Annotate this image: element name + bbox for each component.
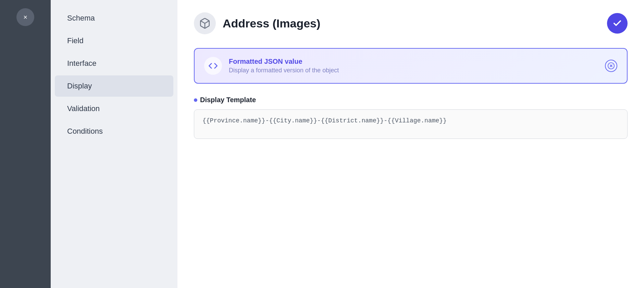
header-left: Address (Images) bbox=[194, 12, 320, 34]
dark-sidebar: × bbox=[0, 0, 51, 288]
close-button[interactable]: × bbox=[16, 8, 34, 26]
page-header: Address (Images) bbox=[194, 12, 628, 34]
sidebar-item-validation[interactable]: Validation bbox=[55, 98, 173, 119]
display-template-input[interactable]: {{Province.name}}-{{City.name}}-{{Distri… bbox=[194, 109, 628, 139]
page-title: Address (Images) bbox=[223, 17, 320, 30]
option-card: Formatted JSON value Display a formatted… bbox=[194, 48, 628, 84]
header-icon-wrapper bbox=[194, 12, 216, 34]
sidebar-item-interface[interactable]: Interface bbox=[55, 53, 173, 74]
main-content: Address (Images) Formatted JSON value Di… bbox=[177, 0, 644, 288]
close-icon: × bbox=[23, 13, 27, 21]
sidebar-item-display[interactable]: Display bbox=[55, 75, 173, 97]
option-text: Formatted JSON value Display a formatted… bbox=[229, 58, 339, 74]
sidebar-item-field[interactable]: Field bbox=[55, 30, 173, 51]
sidebar-item-conditions[interactable]: Conditions bbox=[55, 121, 173, 142]
option-card-left: Formatted JSON value Display a formatted… bbox=[204, 57, 339, 75]
sidebar-item-schema[interactable]: Schema bbox=[55, 8, 173, 29]
option-description: Display a formatted version of the objec… bbox=[229, 67, 339, 74]
display-template-label: Display Template bbox=[194, 96, 628, 104]
check-icon bbox=[612, 19, 622, 28]
circle-x-icon bbox=[607, 62, 615, 70]
option-remove-button[interactable] bbox=[605, 60, 617, 72]
option-title: Formatted JSON value bbox=[229, 58, 339, 65]
confirm-button[interactable] bbox=[607, 13, 628, 34]
code-brackets-icon bbox=[208, 61, 218, 71]
option-icon-wrapper bbox=[204, 57, 222, 75]
box-icon bbox=[199, 17, 211, 29]
nav-sidebar: Schema Field Interface Display Validatio… bbox=[51, 0, 177, 288]
